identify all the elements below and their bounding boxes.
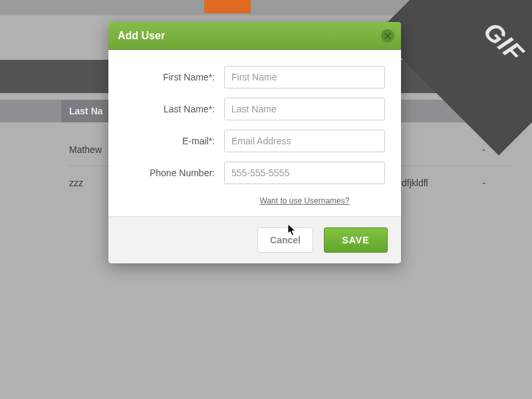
modal-title: Add User	[118, 30, 165, 42]
cell-lastname: zzz	[69, 178, 83, 188]
save-button[interactable]: SAVE	[324, 227, 388, 253]
active-tab-indicator	[204, 0, 251, 13]
last-name-input[interactable]	[224, 98, 385, 120]
last-name-label: Last Name*:	[124, 104, 224, 114]
close-button[interactable]	[381, 29, 394, 43]
cancel-button[interactable]: Cancel	[257, 227, 313, 253]
cell-team: -	[482, 144, 485, 155]
use-usernames-link[interactable]: Want to use Usernames?	[260, 196, 350, 205]
modal-body: First Name*: Last Name*: E-mail*: Phone …	[108, 50, 401, 216]
form-row-phone: Phone Number:	[124, 162, 385, 184]
form-row-email: E-mail*:	[124, 130, 385, 152]
modal-header: Add User	[108, 22, 401, 50]
close-icon	[381, 29, 394, 43]
email-label: E-mail*:	[124, 136, 224, 146]
cell-mid: dfjkldfl	[402, 178, 428, 188]
first-name-input[interactable]	[224, 66, 385, 88]
cell-team: -	[482, 178, 485, 188]
phone-input[interactable]	[224, 162, 385, 184]
column-last-name[interactable]: Last Na	[61, 100, 111, 122]
phone-label: Phone Number:	[124, 168, 224, 178]
cell-lastname: Mathew	[69, 144, 102, 155]
add-user-modal: Add User First Name*: Last Name*: E-mail…	[108, 22, 401, 263]
first-name-label: First Name*:	[124, 72, 224, 82]
modal-footer: Cancel SAVE	[108, 216, 401, 263]
email-input[interactable]	[224, 130, 385, 152]
form-row-first-name: First Name*:	[124, 66, 385, 88]
form-row-last-name: Last Name*:	[124, 98, 385, 120]
